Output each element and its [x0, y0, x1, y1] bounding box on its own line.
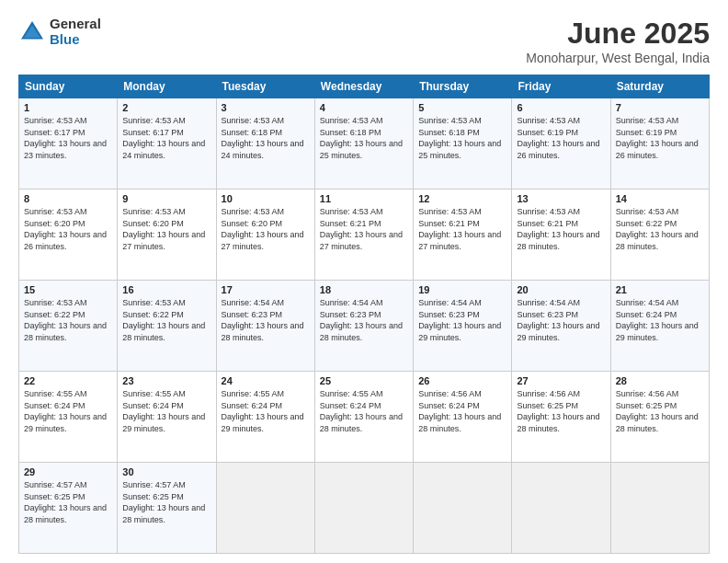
table-row: 9Sunrise: 4:53 AMSunset: 6:20 PMDaylight… [118, 190, 216, 281]
day-info: Sunrise: 4:53 AMSunset: 6:21 PMDaylight:… [418, 206, 506, 252]
day-info: Sunrise: 4:53 AMSunset: 6:22 PMDaylight:… [616, 206, 704, 252]
day-info: Sunrise: 4:56 AMSunset: 6:25 PMDaylight:… [517, 388, 605, 434]
title-block: June 2025 Monoharpur, West Bengal, India [526, 17, 710, 65]
day-number: 9 [122, 193, 210, 204]
day-info: Sunrise: 4:53 AMSunset: 6:18 PMDaylight:… [222, 115, 310, 161]
day-info: Sunrise: 4:55 AMSunset: 6:24 PMDaylight:… [320, 388, 408, 434]
table-row: 26Sunrise: 4:56 AMSunset: 6:24 PMDayligh… [414, 372, 512, 463]
table-row: 28Sunrise: 4:56 AMSunset: 6:25 PMDayligh… [610, 372, 709, 463]
table-row: 16Sunrise: 4:53 AMSunset: 6:22 PMDayligh… [118, 281, 216, 372]
day-info: Sunrise: 4:53 AMSunset: 6:18 PMDaylight:… [320, 115, 408, 161]
day-number: 18 [320, 284, 408, 295]
col-friday: Friday [512, 75, 610, 98]
day-number: 27 [517, 375, 605, 386]
table-row: 29Sunrise: 4:57 AMSunset: 6:25 PMDayligh… [19, 463, 118, 554]
day-info: Sunrise: 4:53 AMSunset: 6:19 PMDaylight:… [616, 115, 704, 161]
table-row: 20Sunrise: 4:54 AMSunset: 6:23 PMDayligh… [512, 281, 610, 372]
day-info: Sunrise: 4:54 AMSunset: 6:23 PMDaylight:… [222, 297, 310, 343]
table-row: 19Sunrise: 4:54 AMSunset: 6:23 PMDayligh… [414, 281, 512, 372]
logo-icon [18, 18, 46, 46]
day-number: 6 [517, 102, 605, 113]
calendar-subtitle: Monoharpur, West Bengal, India [526, 51, 710, 65]
day-info: Sunrise: 4:55 AMSunset: 6:24 PMDaylight:… [24, 388, 112, 434]
day-info: Sunrise: 4:56 AMSunset: 6:24 PMDaylight:… [418, 388, 506, 434]
day-number: 24 [222, 375, 310, 386]
table-row [414, 463, 512, 554]
table-row: 7Sunrise: 4:53 AMSunset: 6:19 PMDaylight… [610, 98, 709, 190]
table-row: 18Sunrise: 4:54 AMSunset: 6:23 PMDayligh… [314, 281, 413, 372]
col-monday: Monday [118, 75, 216, 98]
table-row: 13Sunrise: 4:53 AMSunset: 6:21 PMDayligh… [512, 190, 610, 281]
table-row: 8Sunrise: 4:53 AMSunset: 6:20 PMDaylight… [19, 190, 118, 281]
day-number: 29 [24, 466, 112, 477]
day-number: 21 [616, 284, 704, 295]
day-number: 20 [517, 284, 605, 295]
day-number: 14 [616, 193, 704, 204]
table-row: 27Sunrise: 4:56 AMSunset: 6:25 PMDayligh… [512, 372, 610, 463]
day-number: 30 [122, 466, 210, 477]
calendar-table: Sunday Monday Tuesday Wednesday Thursday… [18, 75, 710, 554]
day-info: Sunrise: 4:53 AMSunset: 6:22 PMDaylight:… [24, 297, 112, 343]
day-info: Sunrise: 4:53 AMSunset: 6:17 PMDaylight:… [122, 115, 210, 161]
table-row: 23Sunrise: 4:55 AMSunset: 6:24 PMDayligh… [118, 372, 216, 463]
day-number: 19 [418, 284, 506, 295]
day-info: Sunrise: 4:56 AMSunset: 6:25 PMDaylight:… [616, 388, 704, 434]
col-saturday: Saturday [610, 75, 709, 98]
logo: General Blue [18, 17, 101, 47]
day-number: 8 [24, 193, 112, 204]
header: General Blue June 2025 Monoharpur, West … [18, 17, 710, 65]
day-info: Sunrise: 4:54 AMSunset: 6:23 PMDaylight:… [320, 297, 408, 343]
col-sunday: Sunday [19, 75, 118, 98]
table-row: 30Sunrise: 4:57 AMSunset: 6:25 PMDayligh… [118, 463, 216, 554]
table-row: 11Sunrise: 4:53 AMSunset: 6:21 PMDayligh… [314, 190, 413, 281]
table-row [610, 463, 709, 554]
table-row [314, 463, 413, 554]
day-number: 17 [222, 284, 310, 295]
day-number: 15 [24, 284, 112, 295]
day-info: Sunrise: 4:55 AMSunset: 6:24 PMDaylight:… [122, 388, 210, 434]
table-row: 10Sunrise: 4:53 AMSunset: 6:20 PMDayligh… [216, 190, 314, 281]
day-number: 23 [122, 375, 210, 386]
table-row: 2Sunrise: 4:53 AMSunset: 6:17 PMDaylight… [118, 98, 216, 190]
day-number: 7 [616, 102, 704, 113]
calendar-row: 22Sunrise: 4:55 AMSunset: 6:24 PMDayligh… [19, 372, 710, 463]
table-row: 4Sunrise: 4:53 AMSunset: 6:18 PMDaylight… [314, 98, 413, 190]
day-number: 28 [616, 375, 704, 386]
table-row: 15Sunrise: 4:53 AMSunset: 6:22 PMDayligh… [19, 281, 118, 372]
logo-general: General [50, 17, 101, 32]
calendar-title: June 2025 [526, 17, 710, 51]
day-info: Sunrise: 4:54 AMSunset: 6:23 PMDaylight:… [418, 297, 506, 343]
day-info: Sunrise: 4:53 AMSunset: 6:19 PMDaylight:… [517, 115, 605, 161]
day-info: Sunrise: 4:53 AMSunset: 6:20 PMDaylight:… [122, 206, 210, 252]
day-info: Sunrise: 4:57 AMSunset: 6:25 PMDaylight:… [24, 479, 112, 525]
table-row [216, 463, 314, 554]
table-row: 12Sunrise: 4:53 AMSunset: 6:21 PMDayligh… [414, 190, 512, 281]
table-row: 6Sunrise: 4:53 AMSunset: 6:19 PMDaylight… [512, 98, 610, 190]
day-info: Sunrise: 4:53 AMSunset: 6:21 PMDaylight:… [517, 206, 605, 252]
day-number: 26 [418, 375, 506, 386]
logo-blue: Blue [50, 32, 101, 48]
day-number: 12 [418, 193, 506, 204]
calendar-row: 15Sunrise: 4:53 AMSunset: 6:22 PMDayligh… [19, 281, 710, 372]
day-number: 16 [122, 284, 210, 295]
day-info: Sunrise: 4:57 AMSunset: 6:25 PMDaylight:… [122, 479, 210, 525]
day-number: 13 [517, 193, 605, 204]
day-number: 4 [320, 102, 408, 113]
day-info: Sunrise: 4:54 AMSunset: 6:24 PMDaylight:… [616, 297, 704, 343]
table-row: 3Sunrise: 4:53 AMSunset: 6:18 PMDaylight… [216, 98, 314, 190]
table-row [512, 463, 610, 554]
day-info: Sunrise: 4:53 AMSunset: 6:21 PMDaylight:… [320, 206, 408, 252]
day-number: 25 [320, 375, 408, 386]
table-row: 14Sunrise: 4:53 AMSunset: 6:22 PMDayligh… [610, 190, 709, 281]
table-row: 5Sunrise: 4:53 AMSunset: 6:18 PMDaylight… [414, 98, 512, 190]
day-info: Sunrise: 4:53 AMSunset: 6:20 PMDaylight:… [222, 206, 310, 252]
day-number: 1 [24, 102, 112, 113]
logo-text: General Blue [50, 17, 101, 47]
table-row: 17Sunrise: 4:54 AMSunset: 6:23 PMDayligh… [216, 281, 314, 372]
table-row: 22Sunrise: 4:55 AMSunset: 6:24 PMDayligh… [19, 372, 118, 463]
day-number: 3 [222, 102, 310, 113]
day-number: 2 [122, 102, 210, 113]
col-wednesday: Wednesday [314, 75, 413, 98]
day-info: Sunrise: 4:54 AMSunset: 6:23 PMDaylight:… [517, 297, 605, 343]
day-info: Sunrise: 4:53 AMSunset: 6:17 PMDaylight:… [24, 115, 112, 161]
